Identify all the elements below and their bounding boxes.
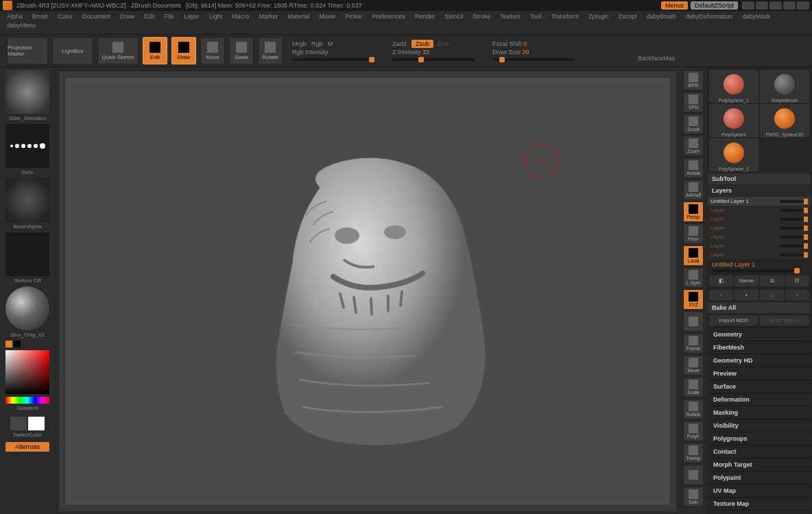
rtool-actual[interactable]: Actual — [683, 158, 704, 178]
rtool-rotate[interactable]: Rotate — [683, 399, 704, 419]
layer-row[interactable]: Layer — [708, 241, 811, 250]
section-contact[interactable]: Contact — [708, 445, 811, 458]
section-geometry[interactable]: Geometry — [708, 328, 811, 341]
menu-layer[interactable]: Layer — [184, 13, 200, 20]
layer-row[interactable]: Untitled Layer 1 — [708, 197, 811, 206]
tool-polysphere[interactable]: PolySphere — [709, 104, 759, 137]
win-btn-2[interactable] — [756, 1, 768, 10]
rtool-scale[interactable]: Scale — [683, 377, 704, 397]
move-button[interactable]: Move — [200, 37, 225, 64]
draw-size-slider[interactable] — [492, 58, 575, 61]
rtool-move[interactable]: Move — [683, 355, 704, 376]
menus-button[interactable]: Menus — [661, 1, 688, 10]
rtool-local[interactable]: Local — [683, 245, 704, 266]
import-mdd-button[interactable]: Import MDD — [709, 315, 759, 326]
scale-button[interactable]: Scale — [229, 37, 254, 64]
menu-stroke[interactable]: Stroke — [473, 13, 490, 20]
rtool-bpr[interactable]: BPR — [683, 70, 704, 90]
menu-stencil[interactable]: Stencil — [444, 13, 463, 20]
rtool-blank-18[interactable] — [683, 465, 704, 485]
menu-texture[interactable]: Texture — [500, 13, 521, 20]
rtool-polyf[interactable]: PolyF — [683, 421, 704, 441]
alternate-button[interactable]: Alternate — [5, 442, 49, 452]
m-label[interactable]: M — [328, 40, 333, 47]
layer-btn-4[interactable]: ▫ — [709, 290, 733, 300]
section-geometry-hd[interactable]: Geometry HD — [708, 354, 811, 367]
swatch-1[interactable] — [10, 417, 27, 430]
zcut-label[interactable]: Zcut — [437, 40, 449, 47]
menu-alpha[interactable]: Alpha — [7, 13, 23, 20]
section-visibility[interactable]: Visibility — [708, 419, 811, 432]
stroke-selector[interactable] — [5, 124, 49, 168]
quick-sketch-button[interactable]: Quick Sketch — [97, 37, 139, 64]
rtool-xyz[interactable]: XYZ — [683, 289, 704, 310]
layer-row[interactable]: Layer — [708, 206, 811, 215]
rtool-transp[interactable]: Transp — [683, 443, 704, 463]
section-texture-map[interactable]: Texture Map — [708, 497, 811, 510]
menu-zplugin[interactable]: Zplugin — [588, 13, 609, 20]
menu-transform[interactable]: Transform — [551, 13, 579, 20]
section-preview[interactable]: Preview — [708, 367, 811, 380]
menu-tool[interactable]: Tool — [530, 13, 542, 20]
bake-all-button[interactable]: Bake All — [708, 302, 811, 313]
swatch-2[interactable] — [28, 417, 45, 430]
rgb-label[interactable]: Rgb — [311, 40, 323, 47]
layer-btn-1[interactable]: ◧ — [709, 276, 733, 286]
backface-mask[interactable]: BackfaceMas — [638, 55, 675, 62]
texture-selector[interactable] — [5, 232, 49, 276]
rtool-l.sym[interactable]: L.Sym — [683, 267, 704, 288]
menu-render[interactable]: Render — [415, 13, 435, 20]
section-uv-map[interactable]: UV Map — [708, 484, 811, 497]
z-intensity-slider[interactable] — [392, 58, 475, 61]
section-fibermesh[interactable]: FiberMesh — [708, 341, 811, 354]
layer-btn-3[interactable]: ⊟ — [785, 276, 809, 286]
menu-brush[interactable]: Brush — [32, 13, 49, 20]
rtool-blank-11[interactable] — [683, 311, 704, 332]
material-selector[interactable] — [5, 286, 49, 330]
menu-edit[interactable]: Edit — [144, 13, 155, 20]
menu-picker[interactable]: Picker — [345, 13, 362, 20]
menu-light[interactable]: Light — [209, 13, 223, 20]
rtool-solo[interactable]: Solo — [683, 487, 704, 507]
rtool-scroll[interactable]: Scroll — [683, 114, 704, 134]
color-picker[interactable] — [5, 350, 49, 394]
rgb-intensity-slider[interactable] — [292, 58, 374, 61]
section-polypaint[interactable]: Polypaint — [708, 471, 811, 484]
mrgb-label[interactable]: Mrgb — [292, 40, 307, 47]
rtool-aahalf[interactable]: AAHalf — [683, 180, 704, 200]
tool-simplebrush[interactable]: SimpleBrush — [760, 70, 809, 103]
menu-dabymask[interactable]: dabyMask — [742, 13, 770, 20]
section-masking[interactable]: Masking — [708, 406, 811, 419]
rtool-zoom[interactable]: Zoom — [683, 136, 704, 156]
section-surface[interactable]: Surface — [708, 380, 811, 393]
zsub-label[interactable]: Zsub — [411, 40, 433, 48]
win-btn-4[interactable] — [783, 1, 796, 10]
win-btn-5[interactable] — [797, 1, 809, 10]
menu-dabydeformation[interactable]: dabyDeformation — [686, 13, 733, 20]
zadd-label[interactable]: Zadd — [392, 40, 407, 47]
name-button[interactable]: Name — [735, 276, 759, 286]
layer-row[interactable]: Layer — [708, 223, 811, 232]
menu-marker[interactable]: Marker — [259, 13, 278, 20]
win-btn-3[interactable] — [769, 1, 782, 10]
menu-color[interactable]: Color — [58, 13, 73, 20]
default-script[interactable]: DefaultZScript — [691, 1, 738, 10]
rtool-frame[interactable]: Frame — [683, 333, 704, 354]
edit-button[interactable]: Edit — [143, 37, 167, 64]
tool-polysphere_1[interactable]: PolySphere_1 — [709, 138, 759, 171]
alpha-selector[interactable] — [5, 178, 49, 222]
switchcolor-label[interactable]: SwitchColor — [3, 432, 52, 438]
layer-opacity-slider[interactable] — [712, 269, 801, 272]
rtool-spix[interactable]: SPix — [683, 92, 704, 112]
section-vector-displacement-map[interactable]: Vector Displacement Map — [708, 510, 811, 514]
section-deformation[interactable]: Deformation — [708, 393, 811, 406]
hue-slider[interactable] — [5, 397, 49, 404]
layer-btn-6[interactable]: ↓ — [760, 290, 784, 300]
color-chip-1[interactable] — [5, 341, 12, 347]
rotate-button[interactable]: Rotate — [258, 37, 283, 64]
menu-draw[interactable]: Draw — [120, 13, 134, 20]
menu-macro[interactable]: Macro — [232, 13, 249, 20]
tool-polysphere_1[interactable]: PolySphere_1 — [709, 70, 759, 103]
menu-document[interactable]: Document — [82, 13, 110, 20]
layer-row[interactable]: Layer — [708, 215, 811, 223]
